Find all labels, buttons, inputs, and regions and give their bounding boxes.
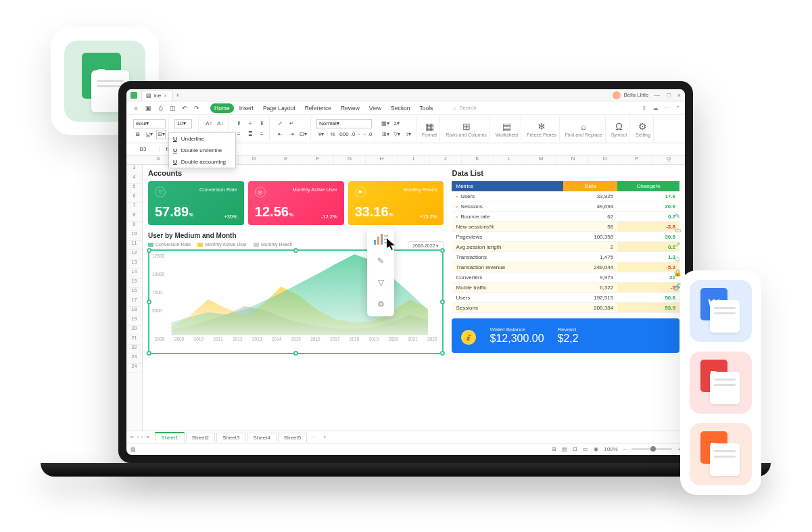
maximize-icon[interactable]: □ [667, 92, 670, 99]
sort-icon[interactable]: ↕▾ [404, 130, 413, 139]
redo-icon[interactable]: ↷ [191, 103, 202, 113]
border-button[interactable]: ⊞▾ [156, 130, 166, 139]
collapse-ribbon-icon[interactable]: ⌃ [675, 105, 681, 112]
zoom-out-button[interactable]: − [623, 446, 627, 452]
format-group[interactable]: ▦Format [419, 116, 440, 141]
align-top-icon[interactable]: ⬆ [234, 119, 243, 128]
font-select[interactable]: eoui ▾ [133, 119, 166, 128]
shapes-icon[interactable]: ◇ [675, 255, 680, 262]
select-icon[interactable]: ▭ [675, 226, 681, 234]
table-row[interactable]: Transaction revenue249,044-5.2 [452, 262, 679, 272]
status-icon[interactable]: ▧ [130, 446, 136, 452]
sheet-tab-4[interactable]: Sheet4 [247, 433, 276, 442]
align-right-icon[interactable]: ≡ [257, 130, 266, 139]
menu-section[interactable]: Section [387, 103, 414, 113]
align-mid-icon[interactable]: ≡ [245, 119, 255, 128]
menu-tools[interactable]: Tools [415, 103, 437, 113]
dd-double-accounting[interactable]: UDouble accounting [169, 156, 235, 168]
worksheet-group[interactable]: ▤Worksheet [493, 116, 521, 141]
user-account[interactable]: Bella Little [613, 91, 648, 99]
view-cells-icon[interactable]: ⊞ [552, 446, 556, 452]
th-change[interactable]: Change% [617, 181, 679, 191]
table-row[interactable]: Mobile traffic6,322-5 [452, 283, 679, 293]
undo-icon[interactable]: ↶ [179, 103, 190, 113]
underline-button[interactable]: U▾ [145, 130, 154, 139]
menu-insert[interactable]: Insert [235, 103, 258, 113]
table-row[interactable]: Users192,51550.6 [452, 293, 679, 303]
filter-icon[interactable]: ▽▾ [392, 130, 402, 139]
menu-home[interactable]: Home [210, 103, 234, 113]
comma-icon[interactable]: 000 [339, 130, 349, 139]
dd-underline[interactable]: UUnderline [169, 133, 235, 145]
close-tab-icon[interactable]: × [164, 93, 167, 99]
find-group[interactable]: ⌕Find and Replace [563, 116, 606, 141]
menu-review[interactable]: Review [337, 103, 364, 113]
cloud-icon[interactable]: ☁ [652, 105, 659, 112]
lock-icon[interactable]: 🔒 [673, 269, 682, 276]
menu-view[interactable]: View [365, 103, 385, 113]
menu-pagelayout[interactable]: Page Layout [259, 103, 300, 113]
minimize-icon[interactable]: — [654, 92, 660, 99]
save-icon[interactable]: ▣ [143, 103, 153, 113]
spreadsheet-grid[interactable]: 3456789101112131415161718192021222324 Ac… [126, 165, 685, 431]
chart-object[interactable]: 125001000075005000 [148, 249, 444, 354]
sum-icon[interactable]: Σ▾ [392, 119, 402, 128]
share-icon[interactable]: ⇪ [642, 105, 647, 112]
first-sheet-icon[interactable]: ⇤ [130, 434, 135, 440]
view-grid-icon[interactable]: ⊡ [573, 446, 577, 452]
hamburger-icon[interactable]: ≡ [130, 103, 141, 113]
table-style-icon[interactable]: ⊞▾ [381, 130, 390, 139]
rows-cols-group[interactable]: ⊞Rows and Columns [443, 116, 490, 141]
table-row[interactable]: Transactions1,4751.3 [452, 252, 679, 262]
table-row[interactable]: Pageviews100,35830.8 [452, 232, 679, 242]
table-row[interactable]: Converters9,97321 [452, 272, 679, 283]
prev-sheet-icon[interactable]: ‹ [137, 434, 139, 440]
indent-dec-icon[interactable]: ⇤ [275, 130, 285, 139]
th-data[interactable]: Data [563, 181, 617, 191]
percent-icon[interactable]: % [328, 130, 337, 139]
view-reading-icon[interactable]: ▭ [583, 446, 588, 452]
symbol-group[interactable]: ΩSymbol [608, 116, 630, 141]
menu-reference[interactable]: Reference [301, 103, 335, 113]
bold-button[interactable]: B [133, 130, 143, 139]
zoom-slider[interactable] [631, 448, 672, 450]
font-size-select[interactable]: 10▾ [174, 119, 192, 128]
search-input[interactable]: ⌕ Search [453, 105, 476, 111]
currency-icon[interactable]: ¥▾ [316, 130, 326, 139]
dec-decimal-icon[interactable]: ←.0 [362, 130, 372, 139]
table-row[interactable]: Avg.session length20.2 [452, 242, 679, 252]
gear-icon[interactable]: ⚙ [371, 296, 390, 312]
th-metrics[interactable]: Metrics [452, 181, 563, 191]
table-row[interactable]: Sessions208,38453.9 [452, 303, 679, 313]
pencil-icon[interactable]: ✎ [675, 212, 680, 220]
table-row[interactable]: New sessions%58-3.8 [452, 222, 679, 232]
funnel-icon[interactable]: ▽ [371, 274, 390, 291]
last-sheet-icon[interactable]: ⇥ [145, 434, 149, 440]
brush-icon[interactable]: ✎ [371, 253, 390, 269]
new-tab-button[interactable]: + [173, 92, 183, 99]
view-page-icon[interactable]: ▤ [562, 446, 567, 452]
number-format-select[interactable]: Normal ▾ [316, 119, 372, 128]
decrease-font-icon[interactable]: A↓ [216, 119, 225, 128]
document-tab[interactable]: ▤ ice × [141, 90, 173, 101]
table-row[interactable]: •Sessions49,69420.9 [452, 201, 679, 212]
increase-font-icon[interactable]: A↑ [204, 119, 214, 128]
cell-reference[interactable]: B3 [126, 146, 160, 152]
align-center-icon[interactable]: ≣ [245, 130, 255, 139]
eye-icon[interactable]: ◉ [594, 446, 598, 452]
merge-icon[interactable]: ⊡▾ [298, 130, 308, 139]
sheet-tab-2[interactable]: Sheet2 [186, 433, 215, 442]
arrow-icon[interactable]: ↗ [675, 241, 680, 248]
freeze-group[interactable]: ❄Freeze Panes [524, 116, 560, 141]
sheet-tab-5[interactable]: Sheet5 [278, 433, 307, 442]
setting-group[interactable]: ⚙Setting [633, 116, 654, 141]
align-bot-icon[interactable]: ⬇ [257, 119, 266, 128]
more-icon[interactable]: ⋯ [664, 105, 670, 112]
dd-double-underline[interactable]: UDouble underline [169, 145, 235, 156]
indent-inc-icon[interactable]: ⇥ [287, 130, 296, 139]
more-sheets-icon[interactable]: ⋯ [308, 434, 319, 440]
next-sheet-icon[interactable]: › [141, 434, 143, 440]
table-row[interactable]: •Users33,82517.6 [452, 191, 679, 201]
print-icon[interactable]: ⎙ [155, 103, 166, 113]
sheet-tab-1[interactable]: Sheet1 [155, 432, 184, 442]
